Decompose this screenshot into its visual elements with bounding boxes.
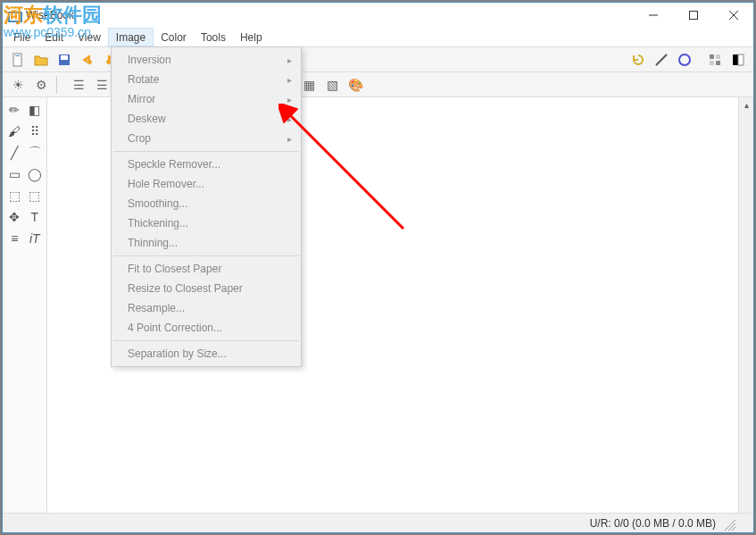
svg-line-10 (656, 54, 667, 65)
oval-icon[interactable]: ◯ (26, 165, 44, 183)
svg-rect-17 (738, 54, 744, 65)
left-toolbox: ✏◧ 🖌⠿ ╱⌒ ▭◯ ⬚⬚ ✥T ≡iT (3, 97, 47, 513)
palette-icon[interactable]: 🎨 (345, 74, 366, 96)
deskew-icon[interactable] (651, 49, 672, 71)
svg-rect-12 (710, 54, 714, 59)
menu-item-deskew[interactable]: Deskew▸ (112, 109, 301, 129)
curve-icon[interactable]: ⌒ (26, 144, 44, 162)
menu-tools[interactable]: Tools (194, 28, 233, 46)
svg-rect-16 (733, 54, 738, 65)
line-icon[interactable]: ╱ (5, 144, 23, 162)
menu-item-thickening[interactable]: Thickening... (112, 213, 301, 233)
status-memory: U/R: 0/0 (0.0 MB / 0.0 MB) (590, 517, 716, 530)
text-icon[interactable]: T (26, 208, 44, 226)
menu-view[interactable]: View (71, 28, 108, 46)
menu-separator (113, 340, 299, 341)
menu-item-crop[interactable]: Crop▸ (112, 129, 301, 148)
menu-file[interactable]: File (6, 28, 37, 46)
circle-icon[interactable] (674, 49, 695, 71)
menu-help[interactable]: Help (233, 28, 270, 46)
resize-grip-icon[interactable] (721, 516, 735, 531)
menu-item-4point-correction[interactable]: 4 Point Correction... (112, 318, 301, 338)
menu-item-mirror[interactable]: Mirror▸ (112, 89, 301, 109)
titlebar: WiseBook (3, 3, 753, 28)
statusbar: U/R: 0/0 (0.0 MB / 0.0 MB) (3, 513, 753, 532)
brush-icon[interactable]: 🖌 (5, 122, 23, 140)
svg-rect-14 (710, 61, 714, 65)
factory-icon[interactable]: ⚙ (30, 74, 52, 96)
pencil-icon[interactable]: ✏ (5, 101, 23, 119)
menu-item-fit-closest-paper[interactable]: Fit to Closest Paper (112, 259, 301, 279)
select2-icon[interactable]: ⬚ (26, 187, 44, 205)
menu-image-dropdown: Inversion▸ Rotate▸ Mirror▸ Deskew▸ Crop▸… (111, 46, 302, 367)
svg-rect-9 (61, 55, 68, 60)
bw-icon[interactable] (727, 49, 749, 71)
menu-item-hole-remover[interactable]: Hole Remover... (112, 174, 301, 194)
svg-line-19 (728, 523, 735, 531)
svg-rect-13 (716, 54, 720, 59)
new-icon[interactable] (7, 49, 29, 71)
scroll-up-icon[interactable]: ▴ (739, 97, 753, 113)
submenu-arrow-icon: ▸ (287, 114, 292, 124)
menu-item-rotate[interactable]: Rotate▸ (112, 70, 301, 89)
app-icon (8, 10, 22, 21)
menu-color[interactable]: Color (154, 28, 194, 46)
menu-item-resample[interactable]: Resample... (112, 298, 301, 318)
spray-icon[interactable]: ⠿ (26, 122, 44, 140)
svg-point-11 (679, 54, 690, 65)
submenu-arrow-icon: ▸ (287, 95, 292, 104)
rect-icon[interactable]: ▭ (5, 165, 23, 183)
bright-icon[interactable]: ☀ (7, 74, 29, 96)
scrollbar-vertical[interactable]: ▴ (738, 97, 753, 513)
menu-edit[interactable]: Edit (37, 28, 71, 46)
menu-separator (113, 151, 299, 152)
svg-rect-1 (10, 13, 21, 21)
menu-item-thinning[interactable]: Thinning... (112, 233, 301, 253)
window-buttons (633, 3, 753, 28)
menubar: File Edit View Image Color Tools Help (3, 28, 753, 47)
svg-line-20 (732, 527, 735, 531)
close-button[interactable] (713, 3, 753, 28)
submenu-arrow-icon: ▸ (287, 134, 292, 144)
svg-rect-3 (689, 12, 697, 20)
rotate-left-icon[interactable] (627, 49, 649, 71)
eraser-icon[interactable]: ◧ (26, 101, 44, 119)
app-title: WiseBook (26, 9, 633, 21)
grid3-icon[interactable]: ▧ (321, 74, 343, 96)
menu-item-separation-by-size[interactable]: Separation by Size... (112, 344, 301, 364)
grid-icon[interactable] (704, 49, 726, 71)
maximize-button[interactable] (673, 3, 713, 28)
undo-icon[interactable] (77, 49, 98, 71)
itext-icon[interactable]: iT (26, 230, 44, 247)
menu-item-smoothing[interactable]: Smoothing... (112, 194, 301, 213)
list2-icon[interactable]: ☰ (91, 74, 112, 96)
svg-rect-15 (716, 61, 720, 65)
lines-icon[interactable]: ≡ (5, 230, 23, 247)
submenu-arrow-icon: ▸ (287, 55, 292, 65)
menu-image[interactable]: Image (108, 28, 154, 46)
menu-item-inversion[interactable]: Inversion▸ (112, 50, 301, 70)
menu-separator (113, 255, 299, 256)
minimize-button[interactable] (633, 3, 673, 28)
move-icon[interactable]: ✥ (5, 208, 23, 226)
select-icon[interactable]: ⬚ (5, 187, 23, 205)
svg-rect-7 (15, 55, 20, 56)
menu-item-speckle-remover[interactable]: Speckle Remover... (112, 155, 301, 174)
open-icon[interactable] (30, 49, 52, 71)
menu-item-resize-closest-paper[interactable]: Resize to Closest Paper (112, 279, 301, 298)
list1-icon[interactable]: ☰ (68, 74, 89, 96)
save-icon[interactable] (54, 49, 75, 71)
submenu-arrow-icon: ▸ (287, 75, 292, 85)
